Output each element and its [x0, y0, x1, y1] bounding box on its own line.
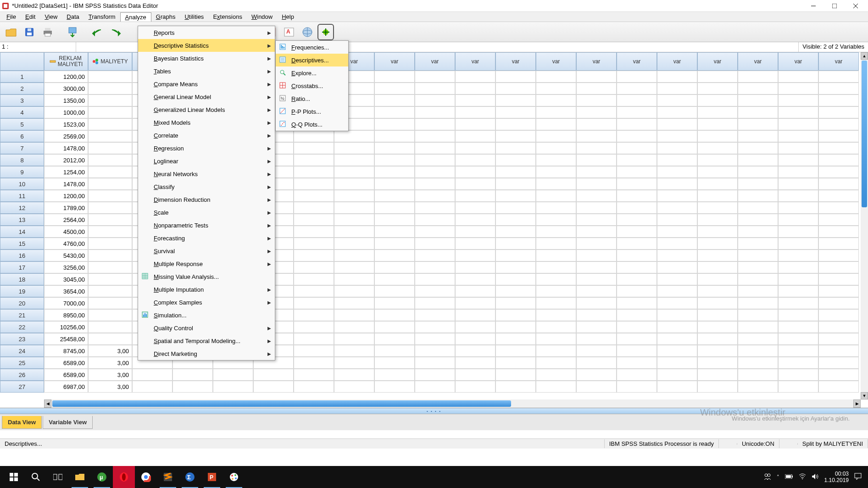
cell[interactable] — [697, 130, 738, 142]
cell[interactable] — [738, 94, 778, 106]
cell[interactable] — [738, 369, 778, 381]
cell[interactable] — [495, 238, 536, 250]
descriptive-stats-submenu[interactable]: Frequencies...Descriptives...Explore...C… — [275, 40, 349, 131]
cell[interactable] — [536, 273, 576, 285]
row-header[interactable]: 8 — [0, 154, 44, 166]
cell[interactable] — [657, 261, 697, 273]
cell[interactable] — [495, 261, 536, 273]
cell[interactable] — [778, 214, 818, 226]
cell[interactable] — [132, 369, 172, 381]
cell[interactable] — [294, 250, 334, 261]
cell[interactable] — [697, 238, 738, 250]
value-labels-button[interactable]: A — [281, 24, 297, 40]
cell[interactable] — [495, 71, 536, 83]
cell[interactable] — [576, 345, 617, 357]
cell[interactable] — [88, 333, 132, 345]
column-header-var[interactable]: var — [415, 52, 455, 71]
cell[interactable] — [495, 357, 536, 369]
cell[interactable] — [657, 333, 697, 345]
row-header[interactable]: 11 — [0, 190, 44, 202]
cell[interactable] — [738, 285, 778, 297]
redo-button[interactable] — [107, 24, 124, 40]
cell[interactable] — [334, 226, 374, 238]
cell[interactable] — [738, 250, 778, 261]
cell[interactable] — [617, 178, 657, 190]
column-header-var[interactable]: var — [818, 52, 859, 71]
cell[interactable] — [657, 178, 697, 190]
cell[interactable] — [374, 309, 415, 321]
sublime-app[interactable] — [157, 466, 179, 488]
cell[interactable] — [334, 166, 374, 178]
cell[interactable] — [697, 381, 738, 393]
cell[interactable] — [617, 250, 657, 261]
cell[interactable] — [495, 178, 536, 190]
cell[interactable] — [738, 333, 778, 345]
cell[interactable] — [415, 369, 455, 381]
cell[interactable]: 3,00 — [88, 369, 132, 381]
cell[interactable] — [657, 321, 697, 333]
data-grid[interactable]: REKLAMMALIYETIMALIYETYvarvarvarvarvarvar… — [0, 52, 868, 408]
row-header[interactable]: 26 — [0, 369, 44, 381]
cell[interactable] — [818, 357, 859, 369]
cell[interactable] — [415, 357, 455, 369]
open-button[interactable] — [3, 24, 19, 40]
cell[interactable] — [334, 333, 374, 345]
cell[interactable] — [88, 190, 132, 202]
cell[interactable] — [415, 202, 455, 214]
cell[interactable] — [536, 238, 576, 250]
cell[interactable] — [334, 190, 374, 202]
cell[interactable] — [697, 118, 738, 130]
cell[interactable] — [415, 345, 455, 357]
cell[interactable] — [88, 202, 132, 214]
cell[interactable] — [617, 357, 657, 369]
cell[interactable] — [455, 321, 495, 333]
powerpoint-app[interactable]: P — [201, 466, 223, 488]
cell[interactable]: 2012,00 — [44, 154, 88, 166]
cell[interactable] — [294, 309, 334, 321]
cell[interactable] — [374, 381, 415, 393]
menu-utilities[interactable]: Utilities — [180, 12, 208, 21]
column-header-var[interactable]: var — [455, 52, 495, 71]
windows-taskbar[interactable]: µ Σ P ˄ 00:03 1.10.2019 — [0, 466, 868, 488]
column-header-var[interactable]: var — [738, 52, 778, 71]
analyze-item-complex-samples[interactable]: Complex Samples▶ — [138, 296, 275, 309]
close-button[interactable] — [845, 0, 866, 12]
cell[interactable] — [495, 166, 536, 178]
cell[interactable] — [334, 130, 374, 142]
cell[interactable] — [374, 261, 415, 273]
analyze-item-mixed-models[interactable]: Mixed Models▶ — [138, 116, 275, 129]
cell[interactable] — [657, 273, 697, 285]
cell[interactable] — [455, 273, 495, 285]
cell[interactable] — [88, 261, 132, 273]
cell[interactable] — [536, 142, 576, 154]
cell[interactable] — [697, 166, 738, 178]
cell[interactable] — [415, 83, 455, 94]
cell[interactable] — [576, 321, 617, 333]
cell[interactable] — [374, 285, 415, 297]
cell[interactable] — [617, 238, 657, 250]
menu-graphs[interactable]: Graphs — [151, 12, 180, 21]
descstats-item-crosstabs-[interactable]: Crosstabs... — [276, 79, 348, 92]
cell[interactable] — [697, 357, 738, 369]
cell[interactable] — [536, 71, 576, 83]
analyze-item-multiple-imputation[interactable]: Multiple Imputation▶ — [138, 283, 275, 296]
cell[interactable] — [738, 357, 778, 369]
cell[interactable] — [738, 106, 778, 118]
cell[interactable] — [495, 273, 536, 285]
cell[interactable] — [536, 285, 576, 297]
recall-dialog-button[interactable] — [64, 24, 81, 40]
horizontal-scrollbar[interactable]: ◀ ▶ — [44, 399, 861, 408]
chrome-app[interactable] — [135, 466, 157, 488]
cell[interactable] — [657, 345, 697, 357]
scroll-track[interactable] — [861, 60, 868, 392]
cell[interactable] — [88, 130, 132, 142]
system-tray[interactable]: ˄ 00:03 1.10.2019 — [764, 471, 865, 483]
cell[interactable] — [88, 154, 132, 166]
cell[interactable] — [415, 166, 455, 178]
cell[interactable] — [738, 321, 778, 333]
cell[interactable]: 1350,00 — [44, 94, 88, 106]
cell[interactable]: 3654,00 — [44, 285, 88, 297]
cell[interactable]: 3045,00 — [44, 273, 88, 285]
column-header-1[interactable]: MALIYETY — [88, 52, 132, 71]
cell[interactable] — [657, 238, 697, 250]
